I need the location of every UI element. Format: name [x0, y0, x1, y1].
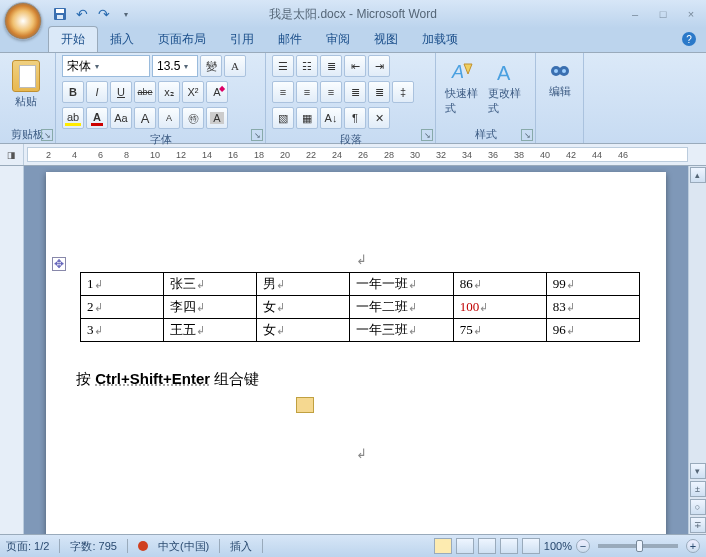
align-center-button[interactable]: ≡: [296, 81, 318, 103]
subscript-button[interactable]: x₂: [158, 81, 180, 103]
paste-label: 粘贴: [15, 94, 37, 109]
scroll-up-button[interactable]: ▴: [690, 167, 706, 183]
bold-button[interactable]: B: [62, 81, 84, 103]
tab-view[interactable]: 视图: [362, 27, 410, 52]
view-draft-button[interactable]: [522, 538, 540, 554]
superscript-button[interactable]: X²: [182, 81, 204, 103]
align-distribute-button[interactable]: ≣: [368, 81, 390, 103]
highlight-button[interactable]: ab: [62, 107, 84, 129]
ruler-tick: 18: [254, 150, 264, 160]
status-mode[interactable]: 插入: [230, 539, 252, 554]
increase-indent-button[interactable]: ⇥: [368, 55, 390, 77]
tab-home[interactable]: 开始: [48, 26, 98, 52]
table-row[interactable]: 2↲李四↲女↲一年二班↲100↲83↲: [81, 296, 640, 319]
close-button[interactable]: ×: [680, 6, 702, 22]
table-row[interactable]: 3↲王五↲女↲一年三班↲75↲96↲: [81, 319, 640, 342]
title-bar: ↶ ↷ ▾ 我是太阳.docx - Microsoft Word – □ ×: [0, 0, 706, 28]
editing-button[interactable]: 编辑: [542, 55, 577, 104]
line-spacing-button[interactable]: ‡: [392, 81, 414, 103]
page-viewport[interactable]: ✥ ↲ 1↲张三↲男↲一年一班↲86↲99↲2↲李四↲女↲一年二班↲100↲83…: [24, 166, 688, 534]
view-web-button[interactable]: [478, 538, 496, 554]
underline-button[interactable]: U: [110, 81, 132, 103]
numbering-button[interactable]: ☷: [296, 55, 318, 77]
align-left-button[interactable]: ≡: [272, 81, 294, 103]
tab-addins[interactable]: 加载项: [410, 27, 470, 52]
office-button[interactable]: [4, 2, 42, 40]
page[interactable]: ✥ ↲ 1↲张三↲男↲一年一班↲86↲99↲2↲李四↲女↲一年二班↲100↲83…: [46, 172, 666, 534]
decrease-indent-button[interactable]: ⇤: [344, 55, 366, 77]
char-border-button[interactable]: A: [224, 55, 246, 77]
font-launcher[interactable]: ↘: [251, 129, 263, 141]
qat-redo-button[interactable]: ↷: [94, 4, 114, 24]
svg-text:A: A: [497, 62, 511, 84]
table-move-handle[interactable]: ✥: [52, 257, 66, 271]
svg-rect-2: [57, 15, 63, 19]
font-size-combo[interactable]: 13.5▾: [152, 55, 198, 77]
maximize-button[interactable]: □: [652, 6, 674, 22]
tab-references[interactable]: 引用: [218, 27, 266, 52]
show-marks-button[interactable]: ¶: [344, 107, 366, 129]
browse-object-button[interactable]: ○: [690, 499, 706, 515]
tab-mailings[interactable]: 邮件: [266, 27, 314, 52]
quick-styles-button[interactable]: A 快速样式: [442, 55, 482, 121]
align-justify-button[interactable]: ≣: [344, 81, 366, 103]
zoom-in-button[interactable]: +: [686, 539, 700, 553]
horizontal-ruler[interactable]: 2468101214161820222426283032343638404244…: [27, 147, 688, 162]
styles-launcher[interactable]: ↘: [521, 129, 533, 141]
enclose-char-button[interactable]: ㊕: [182, 107, 204, 129]
zoom-slider[interactable]: [598, 544, 678, 548]
view-print-layout-button[interactable]: [434, 538, 452, 554]
qat-customize-button[interactable]: ▾: [116, 4, 136, 24]
clear-format-button[interactable]: A◆: [206, 81, 228, 103]
prev-page-button[interactable]: ±: [690, 481, 706, 497]
table-row[interactable]: 1↲张三↲男↲一年一班↲86↲99↲: [81, 273, 640, 296]
shrink-font-button[interactable]: A: [158, 107, 180, 129]
phonetic-guide-button[interactable]: 變: [200, 55, 222, 77]
body-text[interactable]: 按 Ctrl+Shift+Enter 组合键: [76, 370, 646, 389]
change-case-button[interactable]: Aa: [110, 107, 132, 129]
multilevel-button[interactable]: ≣: [320, 55, 342, 77]
vertical-ruler[interactable]: [0, 166, 24, 534]
view-fullscreen-button[interactable]: [456, 538, 474, 554]
paste-options-button[interactable]: [296, 397, 314, 413]
vertical-scrollbar[interactable]: ▴ ▾ ± ○ ∓: [688, 166, 706, 534]
char-shading-button[interactable]: A: [206, 107, 228, 129]
zoom-thumb[interactable]: [636, 540, 643, 552]
sort-button[interactable]: A↓: [320, 107, 342, 129]
help-icon[interactable]: ?: [682, 32, 696, 46]
font-name-combo[interactable]: 宋体▾: [62, 55, 150, 77]
paragraph-mark: ↲: [76, 446, 646, 462]
minimize-button[interactable]: –: [624, 6, 646, 22]
paragraph-launcher[interactable]: ↘: [421, 129, 433, 141]
tab-insert[interactable]: 插入: [98, 27, 146, 52]
zoom-out-button[interactable]: −: [576, 539, 590, 553]
clipboard-launcher[interactable]: ↘: [41, 129, 53, 141]
status-language[interactable]: 中文(中国): [158, 539, 209, 554]
qat-undo-button[interactable]: ↶: [72, 4, 92, 24]
status-words[interactable]: 字数: 795: [70, 539, 116, 554]
bullets-button[interactable]: ☰: [272, 55, 294, 77]
font-color-button[interactable]: A: [86, 107, 108, 129]
ruler-tick: 2: [46, 150, 51, 160]
tab-layout[interactable]: 页面布局: [146, 27, 218, 52]
quick-styles-icon: A: [450, 60, 474, 84]
status-page[interactable]: 页面: 1/2: [6, 539, 49, 554]
align-right-button[interactable]: ≡: [320, 81, 342, 103]
borders-button[interactable]: ▦: [296, 107, 318, 129]
grow-font-button[interactable]: A: [134, 107, 156, 129]
ruler-tick: 44: [592, 150, 602, 160]
change-styles-button[interactable]: A 更改样式: [485, 55, 525, 121]
next-page-button[interactable]: ∓: [690, 517, 706, 533]
paste-button[interactable]: 粘贴: [6, 55, 46, 114]
qat-save-button[interactable]: [50, 4, 70, 24]
zoom-percent[interactable]: 100%: [544, 540, 572, 552]
strike-button[interactable]: abe: [134, 81, 156, 103]
tab-review[interactable]: 审阅: [314, 27, 362, 52]
asian-layout-button[interactable]: ✕: [368, 107, 390, 129]
shading-button[interactable]: ▧: [272, 107, 294, 129]
italic-button[interactable]: I: [86, 81, 108, 103]
view-outline-button[interactable]: [500, 538, 518, 554]
scroll-down-button[interactable]: ▾: [690, 463, 706, 479]
data-table[interactable]: 1↲张三↲男↲一年一班↲86↲99↲2↲李四↲女↲一年二班↲100↲83↲3↲王…: [80, 272, 640, 342]
proofing-icon[interactable]: [138, 541, 148, 551]
